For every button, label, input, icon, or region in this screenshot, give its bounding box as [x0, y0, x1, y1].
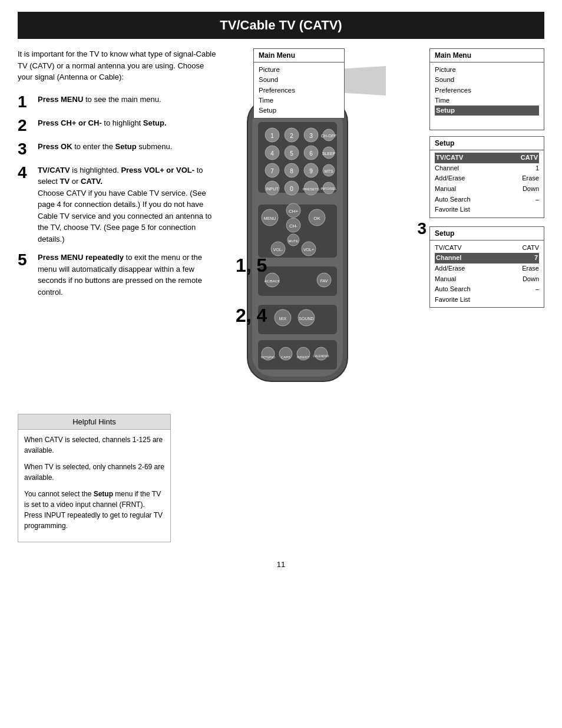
setup1-tvcatv-label: TV/CATV: [436, 153, 463, 163]
menu-item-preferences: Preferences: [259, 85, 339, 95]
step-label-3: 3: [417, 219, 427, 238]
svg-text:7: 7: [270, 168, 274, 174]
page-title: TV/Cable TV (CATV): [18, 12, 544, 39]
svg-text:6: 6: [309, 150, 313, 157]
right-column: Main Menu Picture Sound Preferences Time…: [230, 48, 544, 390]
step-2: 2 Press CH+ or CH- to highlight Setup.: [18, 117, 218, 134]
setup1-favlist-label: Favorite List: [435, 205, 470, 215]
svg-marker-0: [339, 66, 386, 95]
svg-text:VOL+: VOL+: [303, 248, 314, 252]
svg-text:5: 5: [290, 150, 293, 157]
svg-text:CH-OFF: CH-OFF: [321, 134, 336, 138]
setup-box-1: Setup TV/CATV CATV Channel 1 Add/Erase E: [429, 136, 544, 218]
svg-text:1: 1: [270, 133, 274, 139]
setup1-adderase-value: Erase: [522, 173, 539, 184]
setup1-tvcatv-row: TV/CATV CATV: [435, 153, 539, 163]
svg-text:PRESETS: PRESETS: [303, 187, 319, 191]
menu-item-setup: Setup: [259, 106, 339, 116]
right-menu-picture: Picture: [435, 65, 539, 75]
svg-text:NOTEPAD: NOTEPAD: [261, 355, 275, 359]
bottom-section: Helpful Hints When CATV is selected, cha…: [18, 414, 544, 542]
svg-text:2: 2: [290, 133, 293, 139]
setup2-autosearch-value: –: [535, 284, 539, 295]
step-2-text: Press CH+ or CH- to highlight Setup.: [38, 117, 167, 129]
svg-text:CH+: CH+: [289, 209, 299, 214]
svg-text:INFO/SEL: INFO/SEL: [320, 187, 337, 190]
setup2-channel-value: 7: [534, 253, 538, 263]
svg-text:CH-: CH-: [289, 223, 298, 229]
left-column: It is important for the TV to know what …: [18, 48, 218, 390]
setup1-manual-value: Down: [523, 184, 539, 195]
setup1-manual-row: Manual Down: [435, 184, 539, 195]
svg-text:4: 4: [270, 150, 274, 157]
setup-box-2-title: Setup: [430, 227, 544, 241]
main-menu-right: Main Menu Picture Sound Preferences Time…: [429, 48, 544, 130]
hint-3: You cannot select the Setup menu if the …: [24, 489, 164, 531]
main-menu-top-body: Picture Sound Preferences Time Setup: [254, 62, 344, 118]
step-5-text: Press MENU repeatedly to exit the menu o…: [38, 252, 218, 298]
setup1-channel-label: Channel: [435, 163, 459, 174]
svg-text:SLEEP: SLEEP: [322, 151, 336, 156]
step-1-text: Press MENU to see the main menu.: [38, 94, 161, 106]
setup1-favlist-row: Favorite List: [435, 205, 539, 215]
step-1: 1 Press MENU to see the main menu.: [18, 94, 218, 110]
svg-text:VOL-: VOL-: [273, 248, 283, 252]
setup-box-2-body: TV/CATV CATV Channel 7 Add/Erase Erase: [430, 241, 544, 308]
setup2-adderase-value: Erase: [522, 263, 539, 274]
step-3: 3 Press OK to enter the Setup submenu.: [18, 141, 218, 157]
remote-control: 1 2 3 CH-OFF 4 5 6 SLEEP: [230, 93, 365, 389]
main-menu-right-body: Picture Sound Preferences Time Setup: [430, 62, 544, 130]
setup1-manual-label: Manual: [435, 184, 456, 195]
main-menu-top-title: Main Menu: [254, 49, 344, 62]
setup2-channel-row: Channel 7: [435, 253, 539, 263]
setup2-tvcatv-row: TV/CATV CATV: [435, 243, 539, 253]
svg-text:OK: OK: [313, 216, 320, 221]
step-4: 4 TV/CATV is highlighted. Press VOL+ or …: [18, 164, 218, 245]
setup2-tvcatv-value: CATV: [522, 243, 539, 253]
setup1-autosearch-label: Auto Search: [435, 195, 471, 205]
setup-box-2: Setup TV/CATV CATV Channel 7 Add/Erase E: [429, 226, 544, 308]
setup2-adderase-label: Add/Erase: [435, 263, 465, 274]
step-4-text: TV/CATV is highlighted. Press VOL+ or VO…: [38, 164, 218, 245]
svg-text:INPUT: INPUT: [266, 187, 279, 191]
setup2-tvcatv-label: TV/CATV: [435, 243, 462, 253]
svg-text:MTS: MTS: [325, 169, 333, 173]
steps-list: 1 Press MENU to see the main menu. 2 Pre…: [18, 94, 218, 298]
setup1-autosearch-value: –: [535, 195, 539, 205]
setup2-autosearch-label: Auto Search: [435, 284, 471, 295]
setup2-favlist-row: Favorite List: [435, 295, 539, 305]
setup1-channel-row: Channel 1: [435, 163, 539, 174]
arrow-svg: [339, 66, 392, 95]
svg-text:8: 8: [290, 168, 293, 174]
svg-text:MENU: MENU: [264, 216, 276, 220]
setup-box-1-title: Setup: [430, 137, 544, 150]
right-menu-setup-highlighted: Setup: [435, 106, 539, 116]
setup2-manual-label: Manual: [435, 274, 456, 285]
right-menu-sound: Sound: [435, 75, 539, 85]
step-2-number: 2: [18, 117, 32, 134]
step-1-number: 1: [18, 94, 32, 110]
menu-item-sound: Sound: [259, 75, 339, 85]
right-menu-spacer: [435, 116, 539, 127]
step-label-24: 2, 4: [236, 305, 267, 327]
hint-2: When TV is selected, only channels 2-69 …: [24, 462, 164, 483]
setup-box-1-body: TV/CATV CATV Channel 1 Add/Erase Erase: [430, 150, 544, 218]
setup2-favlist-label: Favorite List: [435, 295, 470, 305]
setup1-adderase-label: Add/Erase: [435, 173, 465, 184]
svg-text:CALENDAR: CALENDAR: [313, 354, 329, 358]
setup2-channel-label: Channel: [436, 253, 461, 263]
step-4-number: 4: [18, 164, 32, 181]
step-3-number: 3: [18, 141, 32, 157]
setup2-manual-row: Manual Down: [435, 274, 539, 285]
setup1-autosearch-row: Auto Search –: [435, 195, 539, 205]
main-menu-right-title: Main Menu: [430, 49, 544, 62]
main-content: It is important for the TV to know what …: [18, 48, 544, 390]
setup2-adderase-row: Add/Erase Erase: [435, 263, 539, 274]
main-menu-box-top: Main Menu Picture Sound Preferences Time…: [253, 48, 345, 118]
step-label-15: 1, 5: [236, 255, 267, 276]
svg-text:FAV: FAV: [320, 279, 328, 283]
svg-text:AC/BACK: AC/BACK: [265, 279, 280, 283]
right-menus: Main Menu Picture Sound Preferences Time…: [429, 48, 544, 308]
helpful-hints-box: Helpful Hints When CATV is selected, cha…: [18, 414, 171, 542]
svg-text:0: 0: [290, 186, 293, 192]
